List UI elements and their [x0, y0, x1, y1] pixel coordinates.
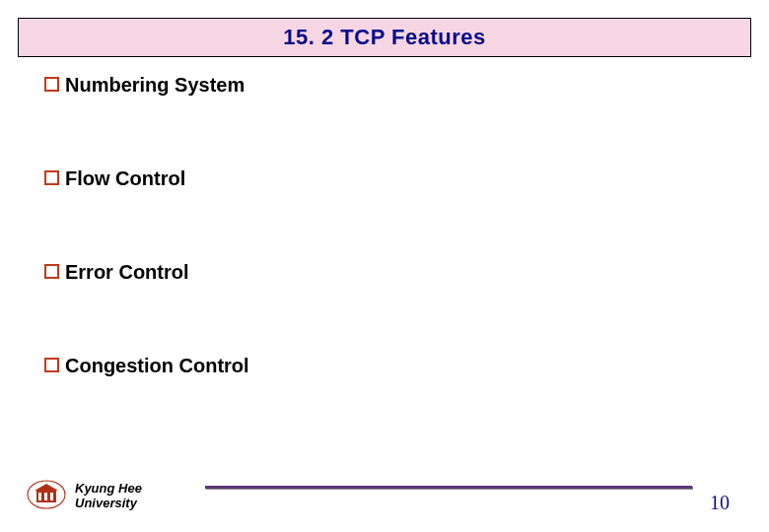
square-bullet-icon [44, 77, 59, 92]
content-area: Numbering System Flow Control Error Cont… [44, 74, 725, 448]
list-item: Error Control [44, 261, 725, 284]
slide-title: 15. 2 TCP Features [283, 25, 485, 50]
bullet-label: Flow Control [65, 167, 185, 190]
list-item: Congestion Control [44, 355, 725, 377]
page-number: 10 [710, 492, 730, 514]
square-bullet-icon [44, 264, 59, 279]
svg-marker-5 [35, 484, 58, 491]
square-bullet-icon [44, 358, 59, 372]
svg-rect-4 [50, 493, 53, 500]
footer-divider [205, 486, 692, 489]
title-bar: 15. 2 TCP Features [18, 18, 751, 57]
slide: 15. 2 TCP Features Numbering System Flow… [0, 0, 769, 532]
list-item: Numbering System [44, 74, 725, 97]
svg-rect-2 [38, 493, 41, 500]
bullet-label: Error Control [65, 261, 189, 284]
bullet-label: Congestion Control [65, 355, 249, 377]
square-bullet-icon [44, 170, 59, 185]
bullet-label: Numbering System [65, 74, 245, 97]
institution-name: Kyung Hee University [75, 482, 142, 511]
institution-line1: Kyung Hee [75, 482, 142, 497]
list-item: Flow Control [44, 167, 725, 190]
footer: Kyung Hee University 10 [18, 467, 751, 514]
svg-rect-3 [44, 493, 47, 500]
institution-line2: University [75, 497, 142, 511]
university-logo-icon [26, 479, 67, 510]
